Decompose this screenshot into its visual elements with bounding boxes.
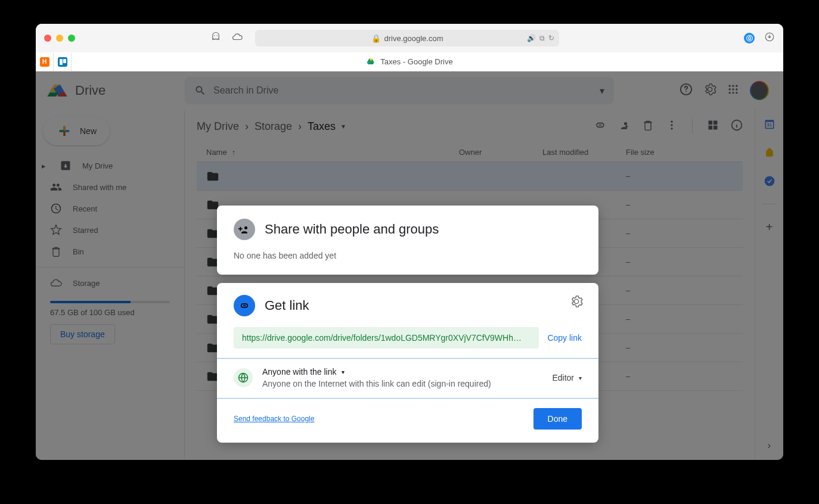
add-people-icon [234, 219, 255, 240]
permission-scope-dropdown[interactable]: Anyone with the link ▾ [262, 367, 542, 377]
svg-point-1 [217, 35, 218, 36]
share-dialog: Share with people and groups No one has … [217, 206, 598, 451]
share-empty-text: No one has been added yet [234, 251, 582, 260]
ghost-icon[interactable] [210, 32, 221, 45]
drive-app: Drive ▾ New [36, 71, 783, 460]
url-text: drive.google.com [384, 34, 443, 43]
drive-favicon-icon [366, 57, 376, 67]
globe-icon [234, 368, 253, 387]
get-link-title: Get link [265, 298, 309, 313]
downloads-icon[interactable] [764, 32, 775, 45]
done-button[interactable]: Done [533, 408, 582, 430]
link-settings-icon[interactable] [570, 295, 583, 310]
pip-icon[interactable]: ⧉ [539, 34, 545, 42]
tab-title-text: Taxes - Google Drive [380, 57, 452, 66]
tab-strip: H Taxes - Google Drive [36, 52, 783, 71]
traffic-lights [44, 35, 75, 42]
speaker-icon[interactable]: 🔊 [527, 34, 536, 42]
chevron-down-icon: ▾ [579, 375, 582, 381]
share-title: Share with people and groups [265, 222, 439, 237]
svg-point-0 [214, 35, 215, 36]
copy-link-button[interactable]: Copy link [547, 333, 582, 343]
reload-icon[interactable]: ↻ [548, 34, 554, 42]
link-icon [234, 295, 255, 316]
permission-role-dropdown[interactable]: Editor ▾ [552, 373, 582, 382]
address-bar[interactable]: 🔒 drive.google.com 🔊 ⧉ ↻ [255, 30, 559, 46]
pinned-tab-2[interactable] [54, 53, 72, 71]
share-people-card: Share with people and groups No one has … [217, 206, 598, 275]
browser-chrome: 🔒 drive.google.com 🔊 ⧉ ↻ ⓪ [36, 24, 783, 52]
close-window-button[interactable] [44, 35, 51, 42]
chevron-down-icon: ▾ [342, 369, 345, 375]
pinned-tab-1[interactable]: H [36, 53, 54, 71]
active-tab[interactable]: Taxes - Google Drive [366, 57, 452, 67]
feedback-link[interactable]: Send feedback to Google [234, 415, 314, 423]
share-link-box[interactable]: https://drive.google.com/drive/folders/1… [234, 327, 539, 349]
get-link-card: Get link https://drive.google.com/drive/… [217, 283, 598, 443]
browser-window: 🔒 drive.google.com 🔊 ⧉ ↻ ⓪ H Taxes - Goo… [36, 24, 783, 460]
lock-icon: 🔒 [371, 34, 381, 43]
cloud-icon[interactable] [232, 32, 243, 45]
permission-description: Anyone on the Internet with this link ca… [262, 379, 542, 388]
minimize-window-button[interactable] [56, 35, 63, 42]
maximize-window-button[interactable] [68, 35, 75, 42]
onepassword-icon[interactable]: ⓪ [744, 33, 755, 43]
